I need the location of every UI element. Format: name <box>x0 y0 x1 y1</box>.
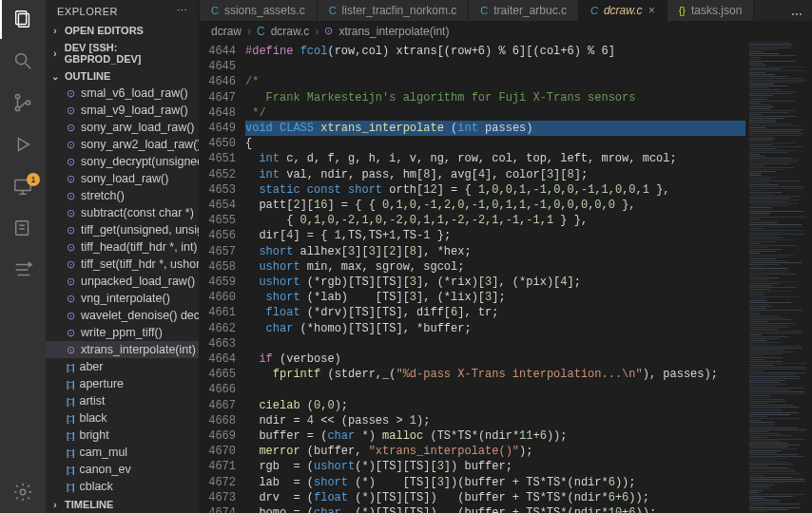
tab-actions[interactable]: ⋯ <box>782 8 812 21</box>
close-icon[interactable]: × <box>648 4 655 17</box>
outline-item[interactable]: sony_arw2_load_raw() <box>46 136 199 153</box>
svg-marker-7 <box>18 139 29 151</box>
references-icon[interactable] <box>11 217 34 239</box>
run-debug-icon[interactable] <box>11 133 34 156</box>
outline-item[interactable]: aperture <box>46 375 199 392</box>
editor-tab[interactable]: Ctraiter_arbuc.c <box>469 0 579 21</box>
outline-item[interactable]: cam_mul <box>46 444 199 461</box>
section-outline[interactable]: ⌄OUTLINE <box>46 67 199 85</box>
editor-tab[interactable]: Cssions_assets.c <box>200 0 318 21</box>
function-icon <box>67 343 75 356</box>
editor-tab[interactable]: Clister_tracfin_norkom.c <box>318 0 470 21</box>
function-icon <box>67 309 75 322</box>
function-icon <box>67 240 75 254</box>
function-icon <box>67 172 75 185</box>
function-icon <box>67 138 75 151</box>
breadcrumb-file[interactable]: dcraw.c <box>271 25 310 38</box>
code-content[interactable]: #define fcol(row,col) xtrans[(row+6) % 6… <box>245 42 745 513</box>
outline-item[interactable]: xtrans_interpolate(int) <box>46 341 199 358</box>
function-icon <box>67 206 75 219</box>
variable-icon <box>67 480 73 493</box>
outline-item[interactable]: tiff_set(tiff_hdr *, ushort... <box>46 256 199 273</box>
svg-point-14 <box>20 489 26 495</box>
outline-item[interactable]: artist <box>46 392 199 409</box>
function-icon <box>67 257 75 271</box>
file-type-icon: C <box>329 5 337 16</box>
function-icon <box>67 189 75 202</box>
line-gutter: 4644 4645 4646 4647 4648 4649 4650 4651 … <box>200 42 245 513</box>
svg-line-3 <box>26 64 31 69</box>
more-icon[interactable]: ⋯ <box>177 5 188 17</box>
variable-icon <box>67 411 73 425</box>
breadcrumb-folder[interactable]: dcraw <box>211 25 242 38</box>
sidebar-title: EXPLORER⋯ <box>46 0 199 22</box>
outline-item[interactable]: sony_load_raw() <box>46 170 199 187</box>
svg-point-6 <box>26 101 29 104</box>
file-type-icon: {} <box>679 5 686 16</box>
section-workspace[interactable]: ›DEV [SSH: GBPROD_DEV] <box>46 39 199 67</box>
editor-tab[interactable]: Cdcraw.c× <box>579 0 667 21</box>
tab-bar: Cssions_assets.cClister_tracfin_norkom.c… <box>200 0 812 21</box>
outline-item[interactable]: sony_decrypt(unsigned ... <box>46 153 199 170</box>
outline-item[interactable]: smal_v9_load_raw() <box>46 102 199 119</box>
outline-item[interactable]: unpacked_load_raw() <box>46 273 199 290</box>
outline-item[interactable]: canon_ev <box>46 461 199 478</box>
outline-item[interactable]: vng_interpolate() <box>46 290 199 307</box>
svg-rect-11 <box>16 221 29 236</box>
svg-point-2 <box>16 54 27 65</box>
activity-bar: 1 <box>0 0 46 513</box>
svg-point-5 <box>15 106 19 110</box>
function-icon <box>67 292 75 305</box>
file-type-icon: C <box>480 5 488 16</box>
function-icon <box>67 104 75 117</box>
outline-item[interactable]: subtract(const char *) <box>46 204 199 221</box>
variable-icon <box>67 394 73 408</box>
explorer-icon[interactable] <box>11 8 34 30</box>
bookmarks-icon[interactable] <box>11 258 34 281</box>
function-icon <box>67 275 75 288</box>
editor-area: Cssions_assets.cClister_tracfin_norkom.c… <box>200 0 812 513</box>
variable-icon <box>67 463 73 476</box>
editor-tab[interactable]: {}tasks.json <box>667 0 755 21</box>
file-type-icon: C <box>590 5 598 16</box>
outline-item[interactable]: write_ppm_tiff() <box>46 324 199 341</box>
outline-item[interactable]: smal_v6_load_raw() <box>46 85 199 102</box>
outline-list: smal_v6_load_raw()smal_v9_load_raw()sony… <box>46 85 199 496</box>
outline-item[interactable]: tiff_get(unsigned, unsig... <box>46 221 199 238</box>
outline-item[interactable]: stretch() <box>46 187 199 204</box>
explorer-sidebar: EXPLORER⋯ ›OPEN EDITORS ›DEV [SSH: GBPRO… <box>46 0 200 513</box>
settings-gear-icon[interactable] <box>11 481 34 504</box>
outline-item[interactable]: sony_arw_load_raw() <box>46 119 199 136</box>
variable-icon <box>67 377 73 390</box>
variable-icon <box>67 428 73 442</box>
minimap[interactable] <box>745 42 812 513</box>
breadcrumbs[interactable]: dcraw › C dcraw.c › ⊙ xtrans_interpolate… <box>200 21 812 42</box>
file-type-icon: C <box>211 5 219 16</box>
variable-icon <box>67 446 73 459</box>
svg-point-4 <box>15 94 19 98</box>
function-icon <box>67 223 75 237</box>
source-control-icon[interactable] <box>11 91 34 114</box>
outline-item[interactable]: cblack <box>46 478 199 495</box>
function-icon <box>67 155 75 168</box>
section-timeline[interactable]: ›TIMELINE <box>46 496 199 513</box>
outline-item[interactable]: bright <box>46 427 199 444</box>
function-icon <box>67 326 75 339</box>
variable-icon <box>67 360 73 373</box>
outline-item[interactable]: tiff_head(tiff_hdr *, int) <box>46 238 199 256</box>
breadcrumb-symbol[interactable]: xtrans_interpolate(int) <box>338 25 449 38</box>
search-icon[interactable] <box>11 49 34 72</box>
outline-item[interactable]: wavelet_denoise() decla... <box>46 307 199 324</box>
function-icon <box>67 121 75 134</box>
outline-item[interactable]: black <box>46 409 199 427</box>
outline-item[interactable]: aber <box>46 358 199 375</box>
scm-badge: 1 <box>27 173 40 186</box>
code-editor[interactable]: 4644 4645 4646 4647 4648 4649 4650 4651 … <box>200 42 812 513</box>
section-open-editors[interactable]: ›OPEN EDITORS <box>46 22 199 39</box>
function-icon <box>67 86 75 100</box>
